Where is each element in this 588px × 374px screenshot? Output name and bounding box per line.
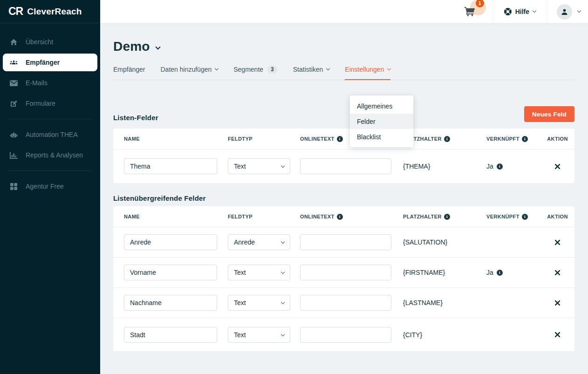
cell-verknuepft: Jai: [486, 163, 547, 170]
placeholder-tag: {THEMA}: [403, 163, 430, 170]
cell-aktion: [547, 240, 574, 245]
menu-item-allgemeines[interactable]: Allgemeines: [350, 98, 413, 114]
cleverreach-logo-icon: CR: [8, 5, 23, 18]
chevron-down-icon: [577, 9, 581, 13]
brand-logo[interactable]: CR CleverReach: [0, 0, 100, 23]
column-label: VERKNÜPFT: [486, 136, 520, 142]
field-type-select[interactable]: Text: [228, 327, 290, 343]
column-label: AKTION: [547, 214, 568, 219]
sidebar-item-formulare[interactable]: Formulare: [0, 93, 100, 114]
table-header-row: NAMEFELDTYPONLINETEXTiPLATZHALTERiVERKNÜ…: [113, 206, 574, 227]
info-icon[interactable]: i: [497, 163, 503, 170]
sidebar-item-label: Automation THEA: [26, 131, 78, 138]
info-icon[interactable]: i: [444, 214, 450, 220]
column-header-platzhalter: PLATZHALTERi: [403, 214, 486, 220]
onlinetext-input[interactable]: [300, 295, 391, 311]
sidebar-divider: [8, 170, 92, 171]
field-name-input[interactable]: [124, 327, 217, 343]
chevron-down-icon: [533, 9, 536, 13]
select-value: Text: [234, 299, 246, 306]
onlinetext-input[interactable]: [300, 327, 391, 343]
sidebar-item-agentur-free[interactable]: Agentur Free: [0, 176, 100, 197]
info-icon[interactable]: i: [522, 214, 528, 220]
field-type-select[interactable]: Text: [228, 295, 290, 311]
section-title: Listen-Felder: [113, 114, 574, 122]
delete-field-button[interactable]: [555, 270, 560, 275]
tab-statistiken[interactable]: Statistiken: [293, 65, 330, 80]
placeholder-tag: {FIRSTNAME}: [403, 269, 445, 276]
cell-name: [124, 327, 228, 343]
menu-item-felder[interactable]: Felder: [350, 114, 413, 129]
field-type-select[interactable]: Anrede: [228, 234, 290, 250]
chevron-down-icon: [387, 66, 391, 70]
cell-platzhalter: {LASTNAME}: [403, 299, 486, 306]
cell-feldtyp: Text: [228, 327, 300, 343]
onlinetext-input[interactable]: [300, 158, 391, 174]
field-type-select[interactable]: Text: [228, 158, 290, 174]
list-selector[interactable]: Demo: [113, 39, 574, 54]
placeholder-tag: {LASTNAME}: [403, 299, 443, 306]
cell-aktion: [547, 164, 574, 169]
column-header-name: NAME: [124, 136, 228, 142]
field-name-input[interactable]: [124, 158, 217, 174]
column-label: PLATZHALTER: [403, 214, 442, 219]
field-row: Text{FIRSTNAME}Jai: [113, 257, 574, 287]
column-label: FELDTYP: [228, 214, 253, 219]
cell-onlinetext: [300, 234, 403, 250]
delete-field-button[interactable]: [555, 300, 560, 306]
section-listen-felder: Listen-FelderNAMEFELDTYPONLINETEXTiPLATZ…: [113, 114, 574, 183]
tab-segmente[interactable]: Segmente3: [233, 65, 278, 80]
cell-feldtyp: Text: [228, 158, 300, 174]
select-value: Text: [234, 331, 246, 339]
cell-onlinetext: [300, 295, 403, 311]
section-title: Listenübergreifende Felder: [113, 194, 574, 202]
field-type-select[interactable]: Text: [228, 265, 290, 280]
info-icon[interactable]: i: [522, 136, 528, 142]
column-header-verknuepft: VERKNÜPFTi: [486, 136, 547, 142]
field-name-input[interactable]: [124, 295, 217, 311]
info-icon[interactable]: i: [337, 214, 343, 220]
cart-button[interactable]: 1: [464, 4, 482, 20]
tab-empfaenger[interactable]: Empfänger: [113, 65, 145, 80]
field-sections: Listen-FelderNAMEFELDTYPONLINETEXTiPLATZ…: [113, 114, 574, 351]
sidebar-item-empfaenger[interactable]: Empfänger: [3, 54, 97, 71]
tab-einstellungen[interactable]: Einstellungen: [345, 65, 390, 80]
info-icon[interactable]: i: [444, 136, 450, 142]
column-label: AKTION: [547, 136, 568, 142]
sidebar-item-uebersicht[interactable]: Übersicht: [0, 32, 100, 52]
delete-field-button[interactable]: [555, 164, 560, 169]
column-header-verknuepft: VERKNÜPFTi: [486, 214, 547, 220]
delete-field-button[interactable]: [555, 332, 560, 337]
cell-onlinetext: [300, 327, 403, 343]
home-icon: [9, 38, 18, 46]
column-header-aktion: AKTION: [547, 136, 574, 142]
column-header-feldtyp: FELDTYP: [228, 136, 300, 142]
info-icon[interactable]: i: [337, 136, 343, 142]
new-field-button[interactable]: Neues Feld: [524, 106, 574, 122]
sidebar-item-label: E-Mails: [26, 79, 48, 87]
field-row: Text{THEMA}Jai: [113, 149, 574, 183]
help-menu[interactable]: Hilfe: [493, 0, 547, 23]
cart-badge: 1: [476, 0, 484, 7]
info-icon[interactable]: i: [497, 270, 503, 276]
column-header-aktion: AKTION: [547, 214, 574, 219]
cell-feldtyp: Text: [228, 265, 300, 280]
menu-item-blacklist[interactable]: Blacklist: [350, 129, 413, 144]
cell-verknuepft: Jai: [486, 269, 547, 276]
delete-field-button[interactable]: [555, 240, 560, 245]
cell-name: [124, 158, 228, 174]
onlinetext-input[interactable]: [300, 234, 391, 250]
cell-name: [124, 234, 228, 250]
account-menu[interactable]: [547, 0, 581, 23]
field-name-input[interactable]: [124, 234, 217, 250]
field-name-input[interactable]: [124, 265, 217, 280]
sidebar-item-automation-thea[interactable]: Automation THEA: [0, 124, 100, 145]
column-label: FELDTYP: [228, 136, 253, 142]
sidebar-item-reports-analysen[interactable]: Reports & Analysen: [0, 145, 100, 165]
avatar: [557, 4, 572, 20]
sidebar-item-e-mails[interactable]: E-Mails: [0, 73, 100, 93]
sidebar-item-label: Formulare: [26, 100, 55, 107]
column-label: NAME: [124, 214, 140, 219]
onlinetext-input[interactable]: [300, 265, 391, 280]
tab-daten-hinzufuegen[interactable]: Daten hinzufügen: [160, 65, 218, 80]
